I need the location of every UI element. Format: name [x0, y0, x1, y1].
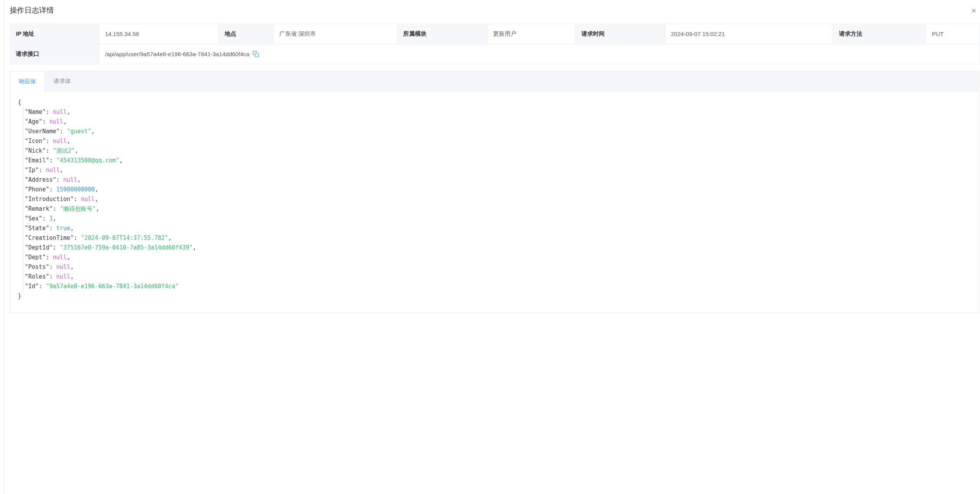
copy-icon: [253, 51, 259, 57]
json-line: "Email": "454313500@qq.com",: [18, 156, 971, 165]
json-token: "Posts": [25, 263, 49, 270]
json-token: "Id": [25, 283, 39, 290]
json-token: "Phone": [25, 186, 49, 193]
json-token: :: [42, 118, 49, 125]
tab-response-body[interactable]: 响应体: [10, 71, 45, 91]
close-icon: ×: [971, 6, 977, 15]
json-token: "Address": [25, 176, 56, 183]
json-token: }: [18, 293, 21, 299]
json-token: "guest": [67, 128, 91, 135]
json-token: ,: [119, 157, 123, 164]
json-token: :: [60, 128, 67, 135]
json-line: "Introduction": null,: [18, 195, 971, 204]
field-value-module: 更新用户: [487, 24, 576, 44]
body-tabs-panel: 响应体 请求体 {"Name": null,"Age": null,"UserN…: [10, 71, 979, 313]
json-token: :: [39, 167, 46, 174]
json-token: "DeptId": [25, 244, 53, 251]
json-token: :: [46, 138, 53, 145]
json-token: :: [56, 176, 63, 183]
json-token: ,: [193, 244, 196, 251]
json-token: :: [46, 147, 53, 154]
json-token: :: [49, 225, 56, 232]
json-token: :: [49, 157, 56, 164]
json-token: "9a57a4e8-e196-663a-7841-3a14dd60f4ca": [46, 283, 179, 290]
json-token: ,: [95, 186, 98, 193]
json-token: "Name": [25, 108, 46, 115]
json-line: "Ip": null,: [18, 165, 971, 175]
json-token: ,: [60, 167, 63, 174]
json-token: null: [53, 254, 67, 261]
json-token: "Sex": [25, 215, 42, 222]
json-token: "Email": [25, 157, 49, 164]
json-line: "Roles": null,: [18, 272, 971, 282]
dialog-title: 操作日志详情: [10, 5, 54, 15]
json-token: "Nick": [25, 147, 46, 154]
json-token: :: [42, 215, 49, 222]
table-row: IP 地址 14.155.34.58 地点 广东省 深圳市 所属模块 更新用户 …: [10, 24, 980, 44]
json-token: ,: [77, 176, 81, 183]
json-token: null: [63, 176, 77, 183]
json-token: null: [53, 108, 67, 115]
field-value-location: 广东省 深圳市: [273, 24, 397, 44]
json-token: null: [56, 263, 70, 270]
json-line: "Posts": null,: [18, 262, 971, 272]
json-token: "Ip": [25, 167, 39, 174]
json-token: 1: [49, 215, 53, 222]
json-token: :: [49, 273, 56, 280]
json-token: 15900000000: [56, 186, 95, 193]
indent-guide-line: [23, 107, 23, 291]
json-token: "State": [25, 225, 49, 232]
field-value-request-method: PUT: [926, 24, 980, 44]
json-token: :: [74, 234, 81, 241]
close-button[interactable]: ×: [968, 6, 980, 16]
json-token: {: [18, 99, 21, 106]
drawer-left-border: [4, 0, 4, 494]
json-line: "Phone": 15900000000,: [18, 185, 971, 195]
json-line: "Sex": 1,: [18, 214, 971, 224]
json-token: ,: [70, 225, 74, 232]
json-token: :: [46, 254, 53, 261]
json-token: "Introduction": [25, 196, 74, 203]
field-label-request-time: 请求时间: [576, 24, 665, 44]
log-detail-table: IP 地址 14.155.34.58 地点 广东省 深圳市 所属模块 更新用户 …: [10, 24, 980, 64]
json-token: null: [49, 118, 63, 125]
json-viewer: {"Name": null,"Age": null,"UserName": "g…: [18, 98, 971, 301]
field-label-ip: IP 地址: [10, 24, 99, 44]
json-line: "Age": null,: [18, 117, 971, 127]
copy-button[interactable]: [253, 51, 259, 57]
json-token: "454313500@qq.com": [56, 157, 119, 164]
json-line: }: [18, 291, 971, 301]
field-label-request-method: 请求方法: [833, 24, 926, 44]
json-token: :: [49, 186, 56, 193]
json-token: ,: [67, 254, 70, 261]
field-label-request-api: 请求接口: [10, 44, 99, 64]
json-token: :: [39, 283, 46, 290]
json-line: "Id": "9a57a4e8-e196-663a-7841-3a14dd60f…: [18, 282, 971, 291]
table-row: 请求接口 /api/app/user/9a57a4e8-e196-663a-78…: [10, 44, 980, 64]
json-token: ,: [67, 138, 70, 145]
json-line: "CreationTime": "2024-09-07T14:37:55.782…: [18, 233, 971, 243]
field-label-location: 地点: [219, 24, 273, 44]
json-token: ,: [168, 234, 172, 241]
json-token: ,: [70, 273, 74, 280]
json-token: "UserName": [25, 128, 60, 135]
json-line: "DeptId": "375167e0-759a-0410-7a85-3a14d…: [18, 243, 971, 253]
json-line: "Dept": null,: [18, 253, 971, 262]
json-token: ,: [70, 263, 74, 270]
json-token: :: [53, 244, 60, 251]
field-label-module: 所属模块: [397, 24, 487, 44]
json-token: null: [46, 167, 60, 174]
json-token: ,: [75, 147, 78, 154]
tab-content: {"Name": null,"Age": null,"UserName": "g…: [10, 91, 979, 301]
json-token: "Age": [25, 118, 42, 125]
json-token: "测试2": [53, 147, 75, 154]
json-token: "Icon": [25, 138, 46, 145]
json-token: ,: [67, 108, 70, 115]
json-token: "懒得创账号": [60, 205, 96, 212]
json-token: ,: [63, 118, 67, 125]
json-line: {: [18, 98, 971, 107]
json-token: :: [46, 108, 53, 115]
tab-request-body[interactable]: 请求体: [45, 71, 79, 91]
field-value-request-time: 2024-09-07 15:02:21: [665, 24, 833, 44]
json-token: ,: [53, 215, 56, 222]
